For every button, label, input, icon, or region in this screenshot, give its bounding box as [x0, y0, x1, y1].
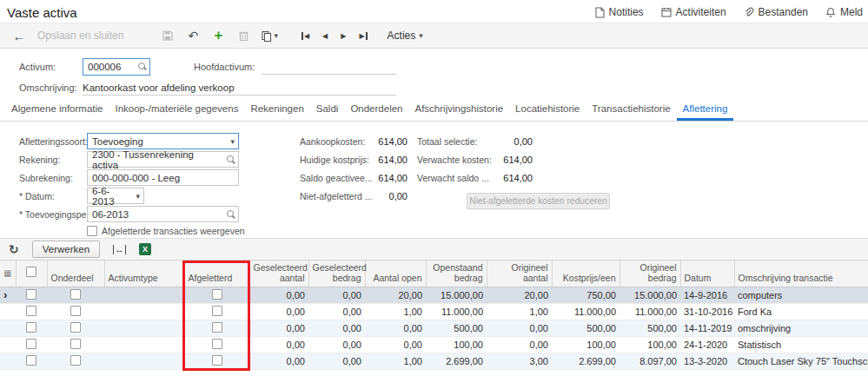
cell-activumtype[interactable]: [104, 320, 184, 336]
search-icon[interactable]: [137, 62, 147, 71]
tab-transactiehistorie[interactable]: Transactiehistorie: [586, 99, 676, 121]
cell-orig_bedrag[interactable]: 500,00: [620, 320, 680, 336]
actions-menu-button[interactable]: Acties ▾: [388, 30, 423, 42]
col-header-kostprijs_een[interactable]: Kostprijs/een: [552, 261, 620, 287]
hoofdactivum-input[interactable]: [262, 58, 396, 75]
cell-activumtype[interactable]: [104, 287, 184, 303]
cell-omschrijving[interactable]: Statistisch: [734, 336, 868, 353]
select-all-checkbox[interactable]: [16, 261, 47, 287]
cell-onderdeel[interactable]: [47, 320, 104, 336]
col-header-orig_bedrag[interactable]: Origineel bedrag: [620, 261, 680, 287]
cell-gesel_aantal[interactable]: 0,00: [249, 336, 308, 353]
cell-orig_aantal[interactable]: 0,00: [487, 336, 552, 353]
col-header-gesel_aantal[interactable]: Geselecteerd aantal: [249, 261, 308, 287]
cell-openstaand_bedrag[interactable]: 2.699,00: [426, 353, 487, 369]
nav-last-icon[interactable]: ▶: [359, 32, 367, 40]
cell-gesel_bedrag[interactable]: 0,00: [308, 287, 365, 303]
rekening-input[interactable]: 2300 - Tussenrekening activa: [87, 151, 239, 168]
table-row[interactable]: 0,000,000,00100,000,00100,00100,0024-1-2…: [0, 336, 868, 353]
cell-activumtype[interactable]: [104, 303, 184, 320]
cell-omschrijving[interactable]: omschrijving: [734, 320, 868, 336]
cell-gesel_aantal[interactable]: 0,00: [249, 303, 308, 320]
cell-orig_bedrag[interactable]: 100,00: [620, 336, 680, 353]
col-header-omschrijving[interactable]: Omschrijving transactie: [734, 261, 868, 287]
cell-gesel_bedrag[interactable]: 0,00: [308, 336, 365, 353]
table-row[interactable]: ›0,000,0020,0015.000,0020,00750,0015.000…: [0, 287, 868, 303]
cell-kostprijs_een[interactable]: 2.699,00: [552, 353, 620, 369]
tab-locatiehistorie[interactable]: Locatiehistorie: [509, 99, 586, 121]
cell-gesel_bedrag[interactable]: 0,00: [308, 303, 365, 320]
cell-aantal_open[interactable]: 0,00: [365, 320, 426, 336]
afletteringssoort-select[interactable]: Toevoeging ▾: [87, 133, 239, 149]
chevron-down-icon[interactable]: ▾: [230, 137, 235, 146]
nav-prev-icon[interactable]: ◀: [322, 32, 328, 40]
cell-omschrijving[interactable]: Ford Ka: [734, 303, 868, 320]
search-icon[interactable]: [226, 209, 235, 219]
export-excel-icon[interactable]: X: [139, 243, 151, 255]
omschrijving-input[interactable]: Kantoorkast voor afdeling verkoop: [83, 79, 396, 96]
row-select-checkbox[interactable]: [16, 287, 47, 303]
tab-onderdelen[interactable]: Onderdelen: [344, 99, 408, 121]
cell-datum[interactable]: 31-10-2016: [680, 303, 734, 320]
cell-kostprijs_een[interactable]: 750,00: [552, 287, 620, 303]
activum-input[interactable]: 000006: [83, 58, 150, 76]
afgeletterde-transacties-checkbox[interactable]: [87, 226, 97, 236]
col-header-activumtype[interactable]: Activumtype: [104, 261, 184, 287]
cell-onderdeel[interactable]: [47, 303, 104, 320]
cell-onderdeel[interactable]: [47, 353, 104, 369]
table-row[interactable]: 0,000,001,0011.000,001,0011.000,0011.000…: [0, 303, 868, 320]
activiteiten-link[interactable]: Activiteiten: [661, 6, 726, 18]
cell-datum[interactable]: 13-3-2020: [680, 353, 734, 369]
col-header-datum[interactable]: Datum: [680, 261, 734, 287]
cell-afgeletterd[interactable]: [184, 336, 249, 353]
cell-omschrijving[interactable]: Ctouch Laser Sky 75" Touchscr...: [734, 353, 868, 369]
cell-gesel_bedrag[interactable]: 0,00: [308, 320, 365, 336]
cell-aantal_open[interactable]: 1,00: [365, 303, 426, 320]
tab-inkoop-materiele-gegevens[interactable]: Inkoop-/materiële gegevens: [109, 99, 244, 121]
row-select-checkbox[interactable]: [16, 336, 47, 353]
col-header-orig_aantal[interactable]: Origineel aantal: [487, 261, 552, 287]
col-header-aantal_open[interactable]: Aantal open: [365, 261, 426, 287]
verwerken-button[interactable]: Verwerken: [32, 241, 100, 258]
tab-algemene-informatie[interactable]: Algemene informatie: [5, 99, 109, 121]
nav-next-icon[interactable]: ▶: [341, 32, 346, 40]
cell-datum[interactable]: 24-1-2020: [680, 336, 734, 353]
cell-onderdeel[interactable]: [47, 336, 104, 353]
col-header-openstaand_bedrag[interactable]: Openstaand bedrag: [426, 261, 487, 287]
checkbox[interactable]: [26, 267, 36, 277]
meldingen-link[interactable]: Meld: [825, 6, 863, 18]
col-header-afgeletterd[interactable]: Afgeletterd: [184, 261, 249, 287]
cell-datum[interactable]: 14-11-2019: [680, 320, 734, 336]
cell-openstaand_bedrag[interactable]: 500,00: [426, 320, 487, 336]
datum-input[interactable]: 6-6-2013 ▾: [87, 188, 144, 204]
row-select-checkbox[interactable]: [16, 353, 47, 369]
cell-aantal_open[interactable]: 0,00: [365, 336, 426, 353]
cell-activumtype[interactable]: [104, 353, 184, 369]
cell-activumtype[interactable]: [104, 336, 184, 353]
grid-settings-icon[interactable]: ▦: [0, 261, 16, 287]
col-header-onderdeel[interactable]: Onderdeel: [47, 261, 104, 287]
cell-kostprijs_een[interactable]: 100,00: [552, 336, 620, 353]
clipboard-menu[interactable]: ▾: [262, 30, 278, 42]
cell-gesel_aantal[interactable]: 0,00: [249, 287, 308, 303]
cell-gesel_aantal[interactable]: 0,00: [249, 353, 308, 369]
subrekening-input[interactable]: 000-000-000 - Leeg: [87, 169, 239, 186]
cell-orig_bedrag[interactable]: 8.097,00: [620, 353, 680, 369]
tab-afschrijvingshistorie[interactable]: Afschrijvingshistorie: [408, 99, 509, 121]
col-header-gesel_bedrag[interactable]: Geselecteerd bedrag: [308, 261, 365, 287]
chevron-down-icon[interactable]: ▾: [136, 192, 140, 201]
cell-onderdeel[interactable]: [47, 287, 104, 303]
cell-gesel_bedrag[interactable]: 0,00: [308, 353, 365, 369]
toevoegingsperiode-input[interactable]: 06-2013: [87, 206, 239, 222]
notities-link[interactable]: Notities: [594, 6, 644, 18]
add-icon[interactable]: +: [211, 27, 225, 44]
cell-orig_bedrag[interactable]: 15.000,00: [620, 287, 680, 303]
bestanden-link[interactable]: Bestanden: [744, 6, 808, 18]
cell-afgeletterd[interactable]: [184, 320, 249, 336]
row-select-checkbox[interactable]: [16, 303, 47, 320]
cell-datum[interactable]: 14-9-2016: [680, 287, 734, 303]
table-row[interactable]: 0,000,001,002.699,003,002.699,008.097,00…: [0, 353, 868, 369]
cell-orig_bedrag[interactable]: 11.000,00: [620, 303, 680, 320]
cell-openstaand_bedrag[interactable]: 100,00: [426, 336, 487, 353]
row-select-checkbox[interactable]: [16, 320, 47, 336]
